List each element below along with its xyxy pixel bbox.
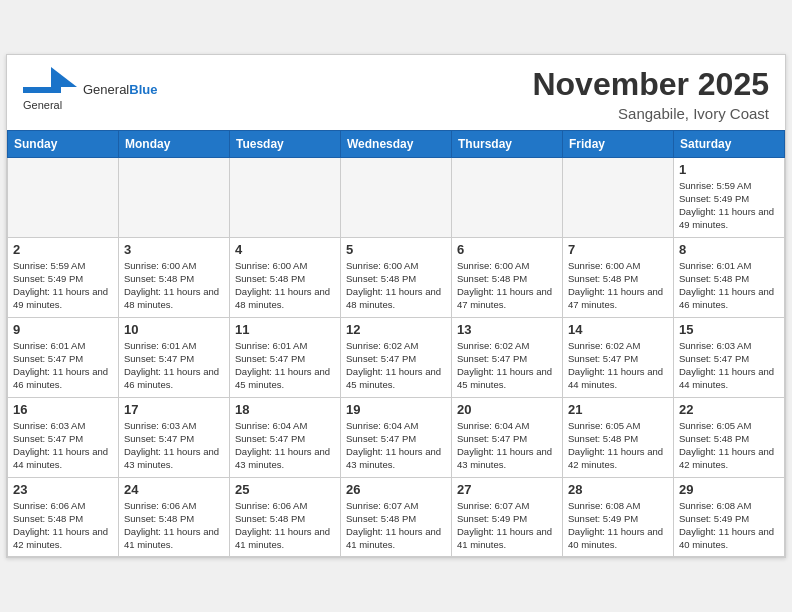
day-number: 29: [679, 482, 779, 497]
table-row: 18Sunrise: 6:04 AMSunset: 5:47 PMDayligh…: [230, 397, 341, 477]
svg-rect-0: [23, 87, 61, 93]
month-title: November 2025: [532, 67, 769, 102]
day-info: Sunrise: 6:06 AMSunset: 5:48 PMDaylight:…: [124, 499, 224, 552]
day-info: Sunrise: 6:03 AMSunset: 5:47 PMDaylight:…: [124, 419, 224, 472]
logo-text-block: GeneralBlue: [83, 83, 157, 97]
table-row: 12Sunrise: 6:02 AMSunset: 5:47 PMDayligh…: [341, 317, 452, 397]
day-info: Sunrise: 6:07 AMSunset: 5:49 PMDaylight:…: [457, 499, 557, 552]
day-number: 1: [679, 162, 779, 177]
header-sunday: Sunday: [8, 130, 119, 157]
table-row: 6Sunrise: 6:00 AMSunset: 5:48 PMDaylight…: [452, 237, 563, 317]
table-row: [119, 157, 230, 237]
table-row: 14Sunrise: 6:02 AMSunset: 5:47 PMDayligh…: [563, 317, 674, 397]
table-row: 10Sunrise: 6:01 AMSunset: 5:47 PMDayligh…: [119, 317, 230, 397]
day-info: Sunrise: 6:04 AMSunset: 5:47 PMDaylight:…: [235, 419, 335, 472]
calendar-container: General GeneralBlue November 2025 Sangab…: [6, 54, 786, 557]
day-info: Sunrise: 6:00 AMSunset: 5:48 PMDaylight:…: [235, 259, 335, 312]
table-row: 25Sunrise: 6:06 AMSunset: 5:48 PMDayligh…: [230, 477, 341, 556]
table-row: 20Sunrise: 6:04 AMSunset: 5:47 PMDayligh…: [452, 397, 563, 477]
table-row: 3Sunrise: 6:00 AMSunset: 5:48 PMDaylight…: [119, 237, 230, 317]
logo-icon: General: [23, 67, 77, 113]
day-info: Sunrise: 6:08 AMSunset: 5:49 PMDaylight:…: [568, 499, 668, 552]
day-info: Sunrise: 6:01 AMSunset: 5:47 PMDaylight:…: [235, 339, 335, 392]
table-row: 17Sunrise: 6:03 AMSunset: 5:47 PMDayligh…: [119, 397, 230, 477]
day-number: 5: [346, 242, 446, 257]
day-info: Sunrise: 6:05 AMSunset: 5:48 PMDaylight:…: [679, 419, 779, 472]
table-row: 16Sunrise: 6:03 AMSunset: 5:47 PMDayligh…: [8, 397, 119, 477]
day-info: Sunrise: 6:00 AMSunset: 5:48 PMDaylight:…: [124, 259, 224, 312]
table-row: 5Sunrise: 6:00 AMSunset: 5:48 PMDaylight…: [341, 237, 452, 317]
day-info: Sunrise: 6:01 AMSunset: 5:48 PMDaylight:…: [679, 259, 779, 312]
day-info: Sunrise: 6:02 AMSunset: 5:47 PMDaylight:…: [457, 339, 557, 392]
day-number: 26: [346, 482, 446, 497]
table-row: [230, 157, 341, 237]
table-row: [341, 157, 452, 237]
day-number: 24: [124, 482, 224, 497]
day-number: 13: [457, 322, 557, 337]
table-row: 23Sunrise: 6:06 AMSunset: 5:48 PMDayligh…: [8, 477, 119, 556]
logo-general: GeneralBlue: [83, 83, 157, 97]
day-number: 2: [13, 242, 113, 257]
table-row: 29Sunrise: 6:08 AMSunset: 5:49 PMDayligh…: [674, 477, 785, 556]
table-row: [8, 157, 119, 237]
logo-area: General GeneralBlue: [23, 67, 157, 113]
day-info: Sunrise: 5:59 AMSunset: 5:49 PMDaylight:…: [679, 179, 779, 232]
day-info: Sunrise: 6:01 AMSunset: 5:47 PMDaylight:…: [124, 339, 224, 392]
header: General GeneralBlue November 2025 Sangab…: [7, 55, 785, 129]
table-row: 7Sunrise: 6:00 AMSunset: 5:48 PMDaylight…: [563, 237, 674, 317]
day-number: 4: [235, 242, 335, 257]
day-number: 17: [124, 402, 224, 417]
table-row: 24Sunrise: 6:06 AMSunset: 5:48 PMDayligh…: [119, 477, 230, 556]
day-number: 19: [346, 402, 446, 417]
day-number: 20: [457, 402, 557, 417]
day-number: 25: [235, 482, 335, 497]
day-info: Sunrise: 6:01 AMSunset: 5:47 PMDaylight:…: [13, 339, 113, 392]
day-info: Sunrise: 6:03 AMSunset: 5:47 PMDaylight:…: [13, 419, 113, 472]
day-number: 15: [679, 322, 779, 337]
day-number: 10: [124, 322, 224, 337]
table-row: 13Sunrise: 6:02 AMSunset: 5:47 PMDayligh…: [452, 317, 563, 397]
table-row: 11Sunrise: 6:01 AMSunset: 5:47 PMDayligh…: [230, 317, 341, 397]
day-info: Sunrise: 6:06 AMSunset: 5:48 PMDaylight:…: [13, 499, 113, 552]
svg-text:General: General: [23, 99, 62, 111]
day-number: 6: [457, 242, 557, 257]
header-wednesday: Wednesday: [341, 130, 452, 157]
table-row: 19Sunrise: 6:04 AMSunset: 5:47 PMDayligh…: [341, 397, 452, 477]
day-info: Sunrise: 5:59 AMSunset: 5:49 PMDaylight:…: [13, 259, 113, 312]
header-friday: Friday: [563, 130, 674, 157]
day-number: 16: [13, 402, 113, 417]
day-info: Sunrise: 6:02 AMSunset: 5:47 PMDaylight:…: [568, 339, 668, 392]
title-area: November 2025 Sangabile, Ivory Coast: [532, 67, 769, 121]
table-row: 26Sunrise: 6:07 AMSunset: 5:48 PMDayligh…: [341, 477, 452, 556]
weekday-header-row: Sunday Monday Tuesday Wednesday Thursday…: [8, 130, 785, 157]
table-row: 2Sunrise: 5:59 AMSunset: 5:49 PMDaylight…: [8, 237, 119, 317]
table-row: [563, 157, 674, 237]
day-info: Sunrise: 6:08 AMSunset: 5:49 PMDaylight:…: [679, 499, 779, 552]
day-number: 22: [679, 402, 779, 417]
day-number: 27: [457, 482, 557, 497]
day-info: Sunrise: 6:00 AMSunset: 5:48 PMDaylight:…: [346, 259, 446, 312]
day-number: 21: [568, 402, 668, 417]
svg-marker-1: [51, 67, 77, 87]
table-row: 8Sunrise: 6:01 AMSunset: 5:48 PMDaylight…: [674, 237, 785, 317]
day-number: 14: [568, 322, 668, 337]
header-saturday: Saturday: [674, 130, 785, 157]
header-monday: Monday: [119, 130, 230, 157]
day-number: 12: [346, 322, 446, 337]
day-info: Sunrise: 6:06 AMSunset: 5:48 PMDaylight:…: [235, 499, 335, 552]
day-info: Sunrise: 6:05 AMSunset: 5:48 PMDaylight:…: [568, 419, 668, 472]
table-row: 15Sunrise: 6:03 AMSunset: 5:47 PMDayligh…: [674, 317, 785, 397]
day-number: 11: [235, 322, 335, 337]
table-row: 28Sunrise: 6:08 AMSunset: 5:49 PMDayligh…: [563, 477, 674, 556]
day-number: 23: [13, 482, 113, 497]
day-info: Sunrise: 6:07 AMSunset: 5:48 PMDaylight:…: [346, 499, 446, 552]
table-row: 9Sunrise: 6:01 AMSunset: 5:47 PMDaylight…: [8, 317, 119, 397]
day-info: Sunrise: 6:00 AMSunset: 5:48 PMDaylight:…: [457, 259, 557, 312]
day-number: 7: [568, 242, 668, 257]
day-info: Sunrise: 6:04 AMSunset: 5:47 PMDaylight:…: [457, 419, 557, 472]
day-number: 3: [124, 242, 224, 257]
day-info: Sunrise: 6:02 AMSunset: 5:47 PMDaylight:…: [346, 339, 446, 392]
location-title: Sangabile, Ivory Coast: [532, 105, 769, 122]
day-number: 18: [235, 402, 335, 417]
day-info: Sunrise: 6:00 AMSunset: 5:48 PMDaylight:…: [568, 259, 668, 312]
